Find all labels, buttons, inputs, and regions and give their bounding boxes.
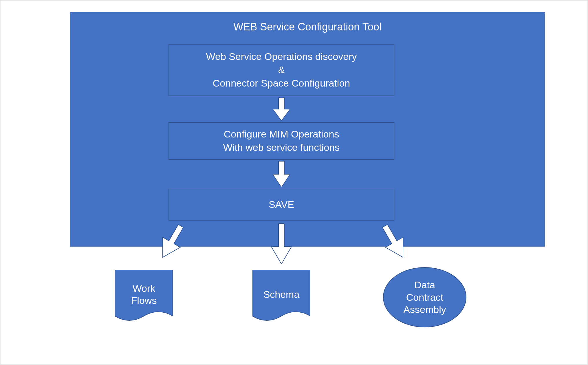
arrow-down-icon (271, 223, 292, 264)
output-schema-line1: Schema (263, 288, 300, 301)
output-assembly-line1: Data (414, 279, 435, 291)
arrow-down-icon (273, 98, 290, 121)
step-discovery: Web Service Operations discovery & Conne… (168, 44, 394, 96)
step-configure-line2: With web service functions (223, 141, 340, 154)
step-discovery-line1: Web Service Operations discovery (206, 50, 357, 63)
arrow-down-left-icon (154, 223, 189, 261)
step-save: SAVE (168, 189, 394, 221)
output-schema: Schema (252, 270, 310, 325)
output-workflows: Work Flows (115, 270, 173, 325)
arrow-down-right-icon (377, 223, 412, 261)
output-workflows-line1: Work (133, 282, 155, 295)
step-discovery-line3: Connector Space Configuration (213, 77, 350, 90)
step-save-line1: SAVE (269, 198, 294, 211)
main-title: WEB Service Configuration Tool (70, 12, 545, 33)
arrow-down-icon (273, 161, 290, 187)
output-workflows-line2: Flows (131, 294, 157, 307)
output-assembly-line2: Contract (406, 291, 444, 304)
output-assembly: Data Contract Assembly (383, 267, 467, 328)
output-assembly-line3: Assembly (403, 303, 446, 316)
diagram-canvas: WEB Service Configuration Tool Web Servi… (1, 1, 587, 364)
step-configure: Configure MIM Operations With web servic… (168, 122, 394, 160)
step-configure-line1: Configure MIM Operations (224, 128, 339, 141)
step-discovery-line2: & (278, 63, 285, 77)
